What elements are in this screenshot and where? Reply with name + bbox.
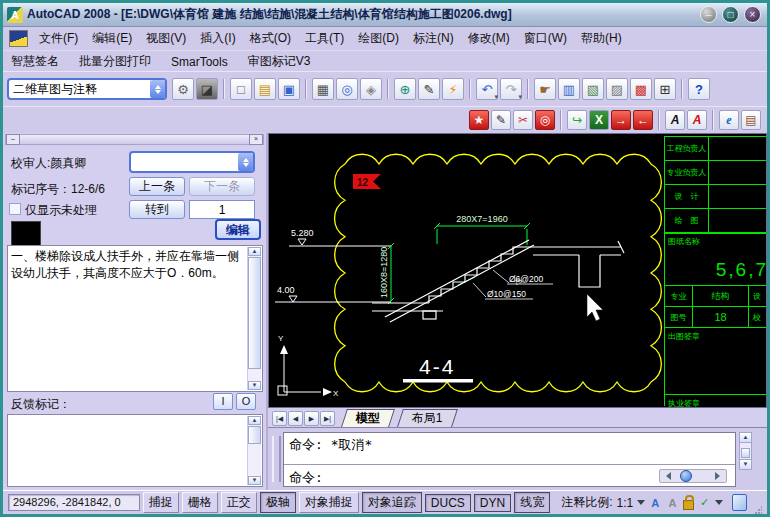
flag-next-icon[interactable]: →: [611, 110, 631, 130]
undo-icon[interactable]: ↶▾: [476, 78, 498, 100]
book-icon[interactable]: ▤: [741, 110, 761, 130]
feedback-i-button[interactable]: I: [213, 393, 233, 410]
scroll-thumb[interactable]: [248, 257, 261, 369]
markup-pen-icon[interactable]: ✎: [418, 78, 440, 100]
feedback-scrollbar[interactable]: ▲ ▼: [247, 416, 261, 485]
maximize-button[interactable]: □: [722, 6, 739, 23]
next-button[interactable]: 下一条: [189, 177, 255, 196]
workspace-switch-icon[interactable]: ◪: [196, 78, 218, 100]
command-text-area[interactable]: 命令: *取消* 命令:: [283, 432, 736, 487]
mark-combobox[interactable]: [129, 151, 255, 173]
toggle-grid[interactable]: 栅格: [182, 492, 218, 513]
toggle-dyn[interactable]: DYN: [474, 494, 511, 512]
save-icon[interactable]: ▣: [278, 78, 300, 100]
markupset-icon[interactable]: ▩: [630, 78, 652, 100]
calculator-icon[interactable]: ⊞: [654, 78, 676, 100]
slider-thumb[interactable]: [680, 470, 692, 482]
flash-erase-icon[interactable]: ⚡: [442, 78, 464, 100]
scroll-down-icon[interactable]: ▼: [248, 476, 261, 485]
menu-file[interactable]: 文件(F): [32, 27, 85, 50]
menu-edit[interactable]: 编辑(E): [85, 27, 139, 50]
tab-first-icon[interactable]: |◀: [272, 411, 287, 426]
panel-close-icon[interactable]: ×: [249, 134, 263, 145]
sheetset-icon[interactable]: ▨: [606, 78, 628, 100]
workspace-combobox[interactable]: 二维草图与注释: [7, 78, 167, 100]
only-unprocessed-checkbox[interactable]: [9, 203, 21, 215]
annotation-scale-value[interactable]: 1:1: [617, 496, 634, 510]
drawing-area[interactable]: 12 280X7=1960 160X8=1280 5.280 4.00: [268, 133, 767, 408]
new-file-icon[interactable]: □: [230, 78, 252, 100]
minimize-button[interactable]: –: [700, 6, 717, 23]
wizard-check-icon[interactable]: ✓: [697, 495, 711, 511]
clean-screen-button[interactable]: [732, 494, 747, 511]
publish-icon[interactable]: ◈: [360, 78, 382, 100]
plot-icon[interactable]: ▦: [312, 78, 334, 100]
scroll-up-icon[interactable]: ▲: [740, 433, 751, 443]
combo-spinner-icon[interactable]: [150, 80, 165, 98]
edit-button[interactable]: 编辑: [215, 219, 261, 240]
menu-insert[interactable]: 插入(I): [193, 27, 242, 50]
menu-smartools[interactable]: SmarTools: [163, 53, 240, 71]
toggle-snap[interactable]: 捕捉: [143, 492, 179, 513]
acad-black-icon[interactable]: A: [665, 110, 685, 130]
panel-minimize-icon[interactable]: –: [6, 134, 20, 145]
cui-browser-icon[interactable]: [9, 30, 28, 47]
redo-dropdown-icon[interactable]: ▾: [518, 93, 522, 101]
command-prompt-line[interactable]: 命令:: [284, 465, 735, 491]
lock-icon[interactable]: [683, 500, 695, 510]
cut-icon[interactable]: ✂: [513, 110, 533, 130]
toggle-polar[interactable]: 极轴: [260, 492, 296, 513]
menu-window[interactable]: 窗口(W): [517, 27, 574, 50]
feedback-o-button[interactable]: O: [236, 393, 256, 410]
slider-right-icon[interactable]: [715, 472, 724, 480]
tab-layout1[interactable]: 布局1: [397, 409, 458, 427]
note-textarea[interactable]: 一、楼梯除设成人扶手外，并应在靠墙一侧设幼儿扶手，其高度不应大于O．60m。 ▲…: [7, 245, 263, 392]
tab-last-icon[interactable]: ▶|: [320, 411, 335, 426]
ie-icon[interactable]: e: [719, 110, 739, 130]
menu-review-mark-v3[interactable]: 审图标记V3: [240, 51, 323, 72]
menu-smart-sign[interactable]: 智慧签名: [3, 51, 71, 72]
toggle-lineweight[interactable]: 线宽: [514, 492, 550, 513]
goto-button[interactable]: 转到: [129, 200, 185, 219]
toggle-ortho[interactable]: 正交: [221, 492, 257, 513]
mark-combo-spinner-icon[interactable]: [238, 153, 253, 171]
dwf-globe-icon[interactable]: ⊕: [394, 78, 416, 100]
redo-icon[interactable]: ↷▾: [500, 78, 522, 100]
tab-model[interactable]: 模型: [341, 409, 395, 427]
properties-icon[interactable]: ▧: [582, 78, 604, 100]
help-icon[interactable]: ?: [688, 78, 710, 100]
command-horizontal-slider[interactable]: [659, 469, 727, 483]
toggle-osnap[interactable]: 对象捕捉: [299, 492, 359, 513]
scroll-thumb[interactable]: [248, 426, 261, 444]
command-drag-handle[interactable]: [272, 436, 281, 482]
excel-export-icon[interactable]: X: [589, 110, 609, 130]
slider-left-icon[interactable]: [662, 472, 671, 480]
menu-modify[interactable]: 修改(M): [461, 27, 517, 50]
write-pen-icon[interactable]: ✎: [491, 110, 511, 130]
resize-grip[interactable]: [754, 505, 762, 514]
scale-dropdown-icon[interactable]: [637, 500, 645, 509]
menu-tools[interactable]: 工具(T): [298, 27, 351, 50]
toggle-ducs[interactable]: DUCS: [425, 494, 471, 512]
scroll-up-icon[interactable]: ▲: [248, 416, 261, 425]
note-scrollbar[interactable]: ▲ ▼: [247, 247, 261, 390]
status-dropdown-icon[interactable]: [715, 500, 723, 509]
menu-batch-plot[interactable]: 批量分图打印: [71, 51, 163, 72]
flag-star-icon[interactable]: ★: [469, 110, 489, 130]
goto-input[interactable]: [189, 200, 255, 219]
undo-dropdown-icon[interactable]: ▾: [494, 93, 498, 101]
toggle-otrack[interactable]: 对象追踪: [362, 492, 422, 513]
menu-draw[interactable]: 绘图(D): [351, 27, 406, 50]
tab-prev-icon[interactable]: ◀: [288, 411, 303, 426]
scroll-thumb[interactable]: [741, 448, 750, 458]
scroll-down-icon[interactable]: ▼: [248, 381, 261, 390]
tab-next-icon[interactable]: ▶: [304, 411, 319, 426]
acad-red-icon[interactable]: A: [687, 110, 707, 130]
matchprop-icon[interactable]: ☛: [534, 78, 556, 100]
flag-search-icon[interactable]: ◎: [535, 110, 555, 130]
previous-button[interactable]: 上一条: [129, 177, 185, 196]
menu-view[interactable]: 视图(V): [139, 27, 193, 50]
close-button[interactable]: ×: [744, 6, 761, 23]
menu-dimension[interactable]: 标注(N): [406, 27, 461, 50]
layers-icon[interactable]: ▥: [558, 78, 580, 100]
